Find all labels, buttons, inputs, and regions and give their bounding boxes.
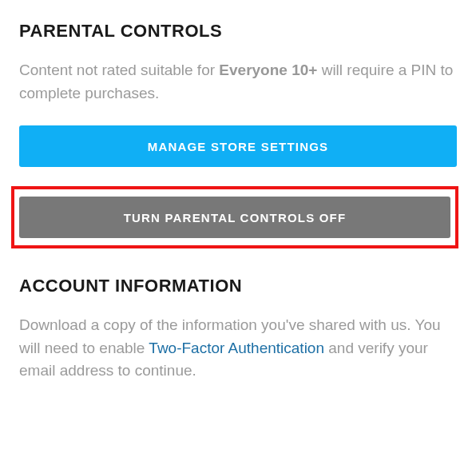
highlight-box: TURN PARENTAL CONTROLS OFF — [11, 186, 458, 248]
desc-text-before: Content not rated suitable for — [19, 62, 219, 78]
account-information-description: Download a copy of the information you'v… — [19, 314, 457, 383]
account-information-title: ACCOUNT INFORMATION — [19, 276, 457, 296]
turn-parental-controls-off-button[interactable]: TURN PARENTAL CONTROLS OFF — [19, 197, 450, 238]
parental-controls-section: PARENTAL CONTROLS Content not rated suit… — [19, 21, 457, 248]
account-information-section: ACCOUNT INFORMATION Download a copy of t… — [19, 276, 457, 383]
parental-controls-title: PARENTAL CONTROLS — [19, 21, 457, 42]
parental-controls-description: Content not rated suitable for Everyone … — [19, 59, 457, 105]
manage-store-settings-button[interactable]: MANAGE STORE SETTINGS — [19, 125, 457, 167]
desc-rating-bold: Everyone 10+ — [219, 62, 317, 78]
two-factor-authentication-link[interactable]: Two-Factor Authentication — [149, 340, 324, 356]
